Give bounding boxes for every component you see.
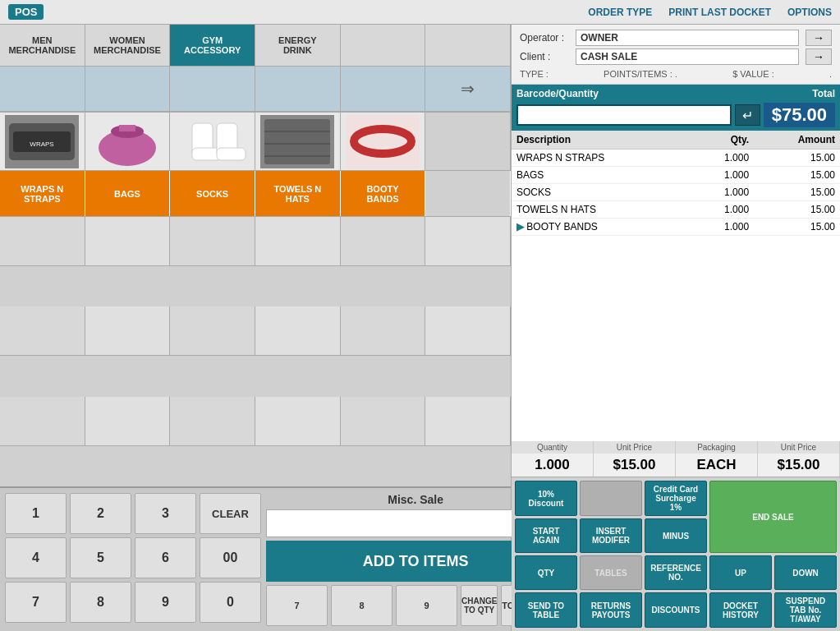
change-qty-btn[interactable]: CHANGE TO QTY	[461, 585, 498, 626]
row-amount: 15.00	[754, 219, 840, 236]
numpad-key-0[interactable]: 0	[200, 582, 261, 623]
row-arrow-icon: ▶	[516, 221, 526, 233]
print-last-link[interactable]: PRINT LAST DOCKET	[668, 7, 771, 18]
table-row[interactable]: TOWELS N HATS1.00015.00	[512, 201, 840, 219]
prod-btn-socks[interactable]: SOCKS	[170, 171, 255, 216]
cat-tab-gym[interactable]: GYM ACCESSORY	[170, 25, 255, 66]
table-row[interactable]: WRAPS N STRAPS1.00015.00	[512, 150, 840, 167]
down-btn[interactable]: DOWN	[774, 555, 837, 590]
client-arrow-btn[interactable]: →	[806, 48, 832, 65]
img-wraps[interactable]: WRAPS	[0, 113, 85, 170]
row-amount: 15.00	[754, 150, 840, 167]
operator-label: Operator :	[520, 32, 569, 44]
minus-btn[interactable]: MINUS	[645, 518, 707, 553]
numpad-key-2[interactable]: 2	[70, 493, 131, 534]
order-type-link[interactable]: ORDER TYPE	[588, 7, 652, 18]
operator-arrow-btn[interactable]: →	[806, 30, 832, 46]
img-booty[interactable]	[341, 113, 426, 170]
credit-btn[interactable]: Credit Card Surcharge 1%	[645, 481, 707, 516]
discount-btn[interactable]: 10% Discount	[515, 481, 577, 516]
table-row[interactable]: ▶ BOOTY BANDS1.00015.00	[512, 219, 840, 236]
empty-cell-13	[85, 397, 171, 446]
cat-tab-c6[interactable]	[425, 25, 511, 66]
numpad-key-clear[interactable]: CLEAR	[200, 493, 261, 534]
row-description: SOCKS	[512, 184, 691, 201]
order-table: Description Qty. Amount WRAPS N STRAPS1.…	[512, 131, 840, 441]
row-qty: 1.000	[691, 150, 754, 167]
img-towels[interactable]	[255, 113, 341, 170]
suspend-btn[interactable]: SUSPEND TAB No. T/AWAY	[774, 592, 837, 628]
empty-cell-6	[0, 306, 85, 356]
table-row[interactable]: BAGS1.00015.00	[512, 167, 840, 184]
numpad-key-5[interactable]: 5	[70, 537, 131, 578]
sub-cell-5[interactable]	[341, 67, 426, 112]
options-link[interactable]: OPTIONS	[787, 7, 832, 18]
returns-btn[interactable]: RETURNS PAYOUTS	[580, 592, 642, 628]
numpad-key-4[interactable]: 4	[5, 537, 67, 578]
qty-btn[interactable]: QTY	[515, 555, 577, 590]
sub-cell-3[interactable]	[170, 67, 255, 112]
empty-cell-10	[341, 306, 426, 356]
pack-label: Packaging	[676, 441, 758, 454]
cat-tab-c5[interactable]	[341, 25, 426, 66]
numpad-key-00[interactable]: 00	[200, 537, 261, 578]
barcode-enter-btn[interactable]: ↵	[735, 104, 760, 126]
ref-no-btn[interactable]: REFERENCE NO.	[645, 555, 707, 590]
send-table-btn[interactable]: SEND TO TABLE	[515, 592, 577, 628]
sub-cell-2[interactable]	[85, 67, 171, 112]
sub-cell-1[interactable]	[0, 67, 85, 112]
docket-btn[interactable]: DOCKET HISTORY	[709, 592, 772, 628]
price-val: $15.00	[594, 454, 676, 477]
svg-rect-11	[217, 148, 246, 160]
numpad: 123CLEAR456007890	[5, 493, 261, 626]
sub-cell-4[interactable]	[255, 67, 341, 112]
prod-btn-booty[interactable]: BOOTY BANDS	[341, 171, 426, 216]
img-empty	[425, 113, 511, 170]
numpad-key-3[interactable]: 3	[135, 493, 196, 534]
numpad-key-7[interactable]: 7	[5, 582, 67, 623]
prod-btn-wraps[interactable]: WRAPS N STRAPS	[0, 171, 85, 216]
topbar: POS ORDER TYPE PRINT LAST DOCKET OPTIONS	[0, 0, 840, 25]
empty-cell-15	[255, 397, 341, 446]
numpad-8[interactable]: 8	[331, 585, 392, 626]
numpad-key-1[interactable]: 1	[5, 493, 67, 534]
misc-input[interactable]: 0.00	[270, 515, 546, 532]
prod-btn-bags[interactable]: BAGS	[85, 171, 171, 216]
end-sale-btn[interactable]: END SALE	[709, 481, 837, 553]
type-label: TYPE :	[520, 69, 549, 79]
value-label: $ VALUE :	[732, 69, 774, 79]
insert-mod-btn[interactable]: INSERT MODIFER	[580, 518, 642, 553]
uprice-val: $15.00	[758, 454, 840, 477]
up-btn[interactable]: UP	[709, 555, 772, 590]
numpad-7[interactable]: 7	[266, 585, 328, 626]
numpad-9[interactable]: 9	[396, 585, 457, 626]
discounts-btn[interactable]: DISCOUNTS	[645, 592, 707, 628]
empty-cell-9	[255, 306, 341, 356]
cat-tab-men[interactable]: MEN MERCHANDISE	[0, 25, 85, 66]
table-row[interactable]: SOCKS1.00015.00	[512, 184, 840, 201]
barcode-input[interactable]	[516, 104, 732, 126]
img-bags[interactable]	[85, 113, 171, 170]
img-socks[interactable]	[170, 113, 255, 170]
sub-category-grid: ⇒	[0, 67, 511, 113]
numpad-key-6[interactable]: 6	[135, 537, 196, 578]
svg-text:WRAPS: WRAPS	[30, 140, 54, 148]
numpad-key-8[interactable]: 8	[70, 582, 131, 623]
next-arrow[interactable]: ⇒	[425, 67, 511, 112]
operator-value: OWNER	[576, 30, 799, 46]
row-qty: 1.000	[691, 219, 754, 236]
start-again-btn[interactable]: START AGAIN	[515, 518, 577, 553]
empty-cell-14	[170, 397, 255, 446]
cat-tab-women[interactable]: WOMEN MERCHANDISE	[85, 25, 171, 66]
operator-header: Operator : OWNER → Client : CASH SALE → …	[512, 25, 840, 85]
prod-btn-towels[interactable]: TOWELS N HATS	[255, 171, 341, 216]
numpad-key-9[interactable]: 9	[135, 582, 196, 623]
row-qty: 1.000	[691, 167, 754, 184]
svg-rect-6	[119, 125, 135, 131]
product-buttons: WRAPS N STRAPSBAGSSOCKSTOWELS N HATSBOOT…	[0, 171, 511, 217]
category-tabs: MEN MERCHANDISEWOMEN MERCHANDISEGYM ACCE…	[0, 25, 511, 67]
value-val: .	[829, 69, 832, 79]
qty-val: 1.000	[512, 454, 594, 477]
cat-tab-energy[interactable]: ENERGY DRINK	[255, 25, 341, 66]
row-qty: 1.000	[691, 184, 754, 201]
